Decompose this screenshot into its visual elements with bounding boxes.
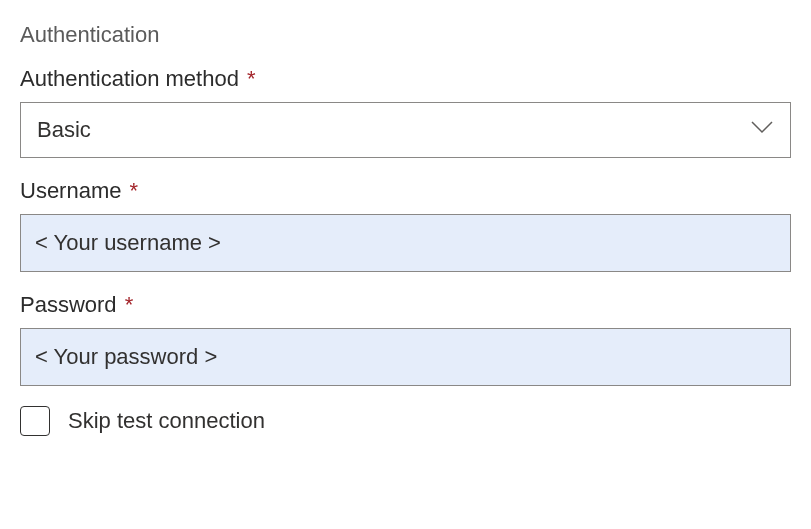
authentication-section: Authentication Authentication method * B… xyxy=(20,22,791,436)
required-asterisk: * xyxy=(125,292,134,317)
auth-method-field: Authentication method * Basic xyxy=(20,66,791,158)
password-field: Password * xyxy=(20,292,791,386)
username-label-text: Username xyxy=(20,178,121,203)
auth-method-select-wrapper: Basic xyxy=(20,102,791,158)
username-input[interactable] xyxy=(20,214,791,272)
skip-test-label[interactable]: Skip test connection xyxy=(68,408,265,434)
auth-method-label-text: Authentication method xyxy=(20,66,239,91)
skip-test-checkbox[interactable] xyxy=(20,406,50,436)
username-label: Username * xyxy=(20,178,791,204)
section-title: Authentication xyxy=(20,22,791,48)
required-asterisk: * xyxy=(130,178,139,203)
auth-method-select[interactable]: Basic xyxy=(20,102,791,158)
password-label: Password * xyxy=(20,292,791,318)
required-asterisk: * xyxy=(247,66,256,91)
password-label-text: Password xyxy=(20,292,117,317)
username-field: Username * xyxy=(20,178,791,272)
auth-method-label: Authentication method * xyxy=(20,66,791,92)
skip-test-row: Skip test connection xyxy=(20,406,791,436)
auth-method-value: Basic xyxy=(37,117,91,143)
password-input[interactable] xyxy=(20,328,791,386)
